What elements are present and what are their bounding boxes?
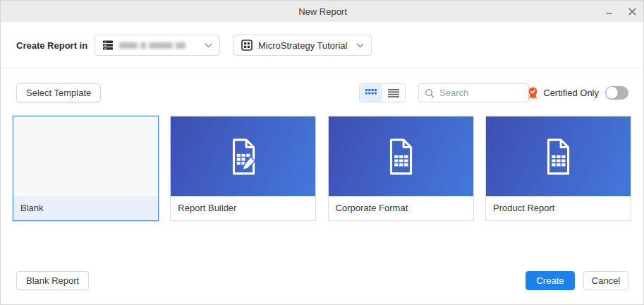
grid-view-icon [365,89,377,97]
document-grid-pencil-icon [225,138,262,176]
template-card-product-report[interactable]: Product Report [485,116,631,221]
close-icon[interactable] [626,6,638,17]
select-template-button[interactable]: Select Template [16,83,101,102]
template-name: Product Report [486,196,631,220]
create-report-in-row: Create Report in [16,35,628,56]
template-name: Blank [13,196,158,220]
certified-badge-icon [528,87,538,100]
chevron-down-icon [205,43,212,48]
blank-template-preview [13,116,158,196]
project-dropdown-value: MicroStrategy Tutorial [258,40,347,51]
template-card-blank[interactable]: Blank [13,116,159,221]
certified-only-label: Certified Only [543,88,599,98]
project-dropdown[interactable]: MicroStrategy Tutorial [233,35,372,56]
document-grid-icon [540,138,576,176]
grid-view-button[interactable] [360,84,382,102]
list-view-icon [388,89,399,97]
tools-row: Select Template [16,83,628,102]
report-builder-thumbnail [171,116,315,196]
blank-report-button[interactable]: Blank Report [16,271,89,290]
document-grid-icon [382,138,419,176]
view-mode-toggle [359,83,406,102]
section-divider [1,68,644,68]
project-icon [241,40,253,51]
template-card-report-builder[interactable]: Report Builder [170,116,316,221]
template-name: Corporate Format [329,196,473,220]
window-controls [604,1,638,22]
dialog-title: New Report [298,6,347,17]
search-icon [425,88,435,98]
certified-only-toggle[interactable] [605,86,628,100]
search-box [418,83,529,102]
cancel-button[interactable]: Cancel [583,271,628,290]
server-dropdown[interactable] [95,35,220,56]
redacted-server-name [119,42,186,49]
certified-only-control: Certified Only [528,83,628,102]
create-report-in-label: Create Report in [16,40,95,51]
template-card-corporate-format[interactable]: Corporate Format [328,116,474,221]
toggle-knob [606,87,618,99]
template-name: Report Builder [171,196,315,220]
list-view-button[interactable] [382,84,405,102]
server-icon [102,40,114,51]
chevron-down-icon [356,43,364,48]
corporate-format-thumbnail [329,116,473,196]
template-gallery: Blank [13,116,631,221]
minimize-icon[interactable] [604,6,615,17]
product-report-thumbnail [486,116,631,196]
footer: Blank Report Create Cancel [16,271,628,290]
create-button[interactable]: Create [525,271,575,290]
titlebar: New Report [1,1,644,22]
